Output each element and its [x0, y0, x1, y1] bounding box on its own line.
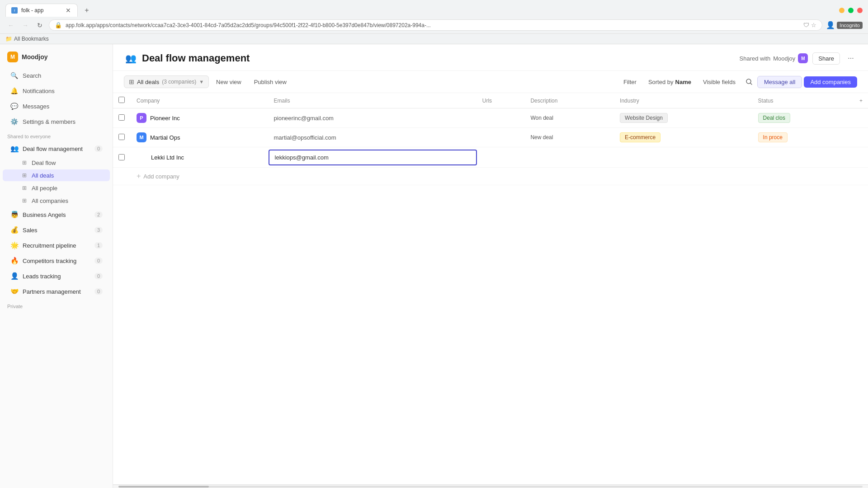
company-cell: ··· Lekki Ltd Inc — [131, 147, 269, 168]
window-minimize-button[interactable]: — — [839, 8, 844, 13]
sidebar-item-all-deals[interactable]: ⊞ All deals — [3, 169, 110, 181]
browser-extras: 👤 Incognito — [826, 21, 863, 29]
company-cell: M Martial Ops — [131, 128, 269, 147]
scroll-thumb[interactable] — [118, 486, 209, 488]
row-checkbox[interactable] — [118, 154, 125, 160]
sidebar-group-partners[interactable]: 🤝 Partners management 0 — [3, 284, 110, 299]
row-checkbox-cell[interactable] — [113, 108, 131, 128]
sidebar-item-messages[interactable]: 💬 Messages — [3, 99, 110, 113]
row-action-button[interactable]: ··· — [137, 152, 147, 163]
app-container: M Moodjoy 🔍 Search 🔔 Notifications 💬 Mes… — [0, 44, 868, 488]
status-tag: Deal clos — [758, 113, 790, 123]
sidebar-group-competitors[interactable]: 🔥 Competitors tracking 0 — [3, 253, 110, 268]
company-name: Martial Ops — [150, 134, 180, 141]
shared-with-label: Shared with Moodjoy M — [740, 53, 808, 63]
table-container: Company Emails Urls Description Industry… — [113, 93, 868, 484]
sidebar-item-all-companies[interactable]: ⊞ All companies — [3, 195, 110, 206]
refresh-button[interactable]: ↻ — [34, 20, 45, 31]
publish-view-button[interactable]: Publish view — [249, 76, 292, 88]
add-company-icon: + — [137, 172, 141, 180]
sidebar-label-deal-flow: Deal flow — [32, 160, 56, 166]
partners-icon: 🤝 — [10, 287, 19, 296]
sidebar-label-all-deals: All deals — [32, 172, 54, 179]
industry-tag: Website Design — [620, 113, 668, 123]
deal-flow-sub-icon: ⊞ — [21, 159, 28, 166]
view-selector-icon: ⊞ — [129, 78, 134, 85]
browser-tab[interactable]: f folk - app ✕ — [5, 4, 78, 17]
row-checkbox[interactable] — [118, 114, 125, 121]
message-all-button[interactable]: Message all — [757, 76, 802, 88]
add-company-row[interactable]: + Add company — [113, 168, 868, 185]
svg-line-1 — [750, 83, 752, 85]
private-section-title: Private — [0, 299, 113, 311]
view-selector[interactable]: ⊞ All deals (3 companies) ▼ — [124, 75, 209, 88]
partners-badge: 0 — [94, 288, 103, 295]
sidebar: M Moodjoy 🔍 Search 🔔 Notifications 💬 Mes… — [0, 44, 113, 488]
new-tab-button[interactable]: + — [81, 5, 92, 16]
window-close-button[interactable]: ✕ — [857, 8, 863, 13]
email-input[interactable] — [269, 150, 477, 165]
address-bar[interactable]: 🔒 app.folk.app/apps/contacts/network/cca… — [49, 19, 822, 31]
industry-tag: E-commerce — [620, 132, 660, 142]
add-company-checkbox-spacer — [113, 168, 131, 185]
company-badge: M — [137, 132, 146, 142]
settings-icon: ⚙️ — [10, 117, 18, 126]
emails-column-header: Emails — [269, 93, 477, 108]
industry-cell — [614, 147, 752, 168]
sidebar-label-partners: Partners management — [23, 288, 81, 295]
col-add-cell — [854, 108, 868, 128]
table-row: M Martial Ops martial@opsofficial.com Ne… — [113, 128, 868, 147]
select-all-checkbox[interactable] — [118, 97, 125, 103]
leads-icon: 👤 — [10, 272, 19, 281]
back-button[interactable]: ← — [5, 20, 16, 31]
add-companies-button[interactable]: Add companies — [804, 76, 857, 88]
share-button[interactable]: Share — [812, 52, 840, 65]
filter-button[interactable]: Filter — [618, 76, 642, 88]
sidebar-item-settings[interactable]: ⚙️ Settings & members — [3, 114, 110, 129]
status-tag: In proce — [758, 132, 788, 142]
new-view-button[interactable]: New view — [211, 76, 247, 88]
visible-fields-button[interactable]: Visible fields — [698, 76, 741, 88]
incognito-badge: Incognito — [837, 22, 863, 29]
forward-button[interactable]: → — [20, 20, 31, 31]
select-all-header[interactable] — [113, 93, 131, 108]
sidebar-label-messages: Messages — [23, 103, 49, 110]
business-angels-icon: 👼 — [10, 210, 19, 219]
window-maximize-button[interactable]: ⊡ — [848, 8, 854, 13]
horizontal-scrollbar[interactable] — [113, 484, 868, 488]
search-button[interactable] — [743, 75, 755, 88]
search-icon — [745, 78, 753, 85]
sales-icon: 💰 — [10, 225, 19, 235]
sidebar-item-all-people[interactable]: ⊞ All people — [3, 182, 110, 194]
sidebar-group-deal-flow-management[interactable]: 👥 Deal flow management 0 — [3, 141, 110, 156]
sidebar-item-search[interactable]: 🔍 Search — [3, 68, 110, 83]
lock-icon: 🔒 — [55, 22, 62, 28]
sidebar-item-notifications[interactable]: 🔔 Notifications — [3, 84, 110, 98]
recruitment-icon: 🌟 — [10, 241, 19, 250]
view-label: All deals — [137, 79, 159, 85]
brand-name: Moodjoy — [22, 53, 48, 61]
sidebar-item-deal-flow[interactable]: ⊞ Deal flow — [3, 157, 110, 169]
all-deals-icon: ⊞ — [21, 172, 28, 179]
search-icon: 🔍 — [10, 71, 18, 80]
sort-indicator[interactable]: Sorted by Name — [644, 76, 696, 88]
row-checkbox-cell[interactable] — [113, 147, 131, 168]
deals-table: Company Emails Urls Description Industry… — [113, 93, 868, 185]
industry-cell: Website Design — [614, 108, 752, 128]
sidebar-group-recruitment[interactable]: 🌟 Recruitment pipeline 1 — [3, 238, 110, 253]
sidebar-group-business-angels[interactable]: 👼 Business Angels 2 — [3, 207, 110, 222]
add-company-label: Add company — [143, 173, 179, 180]
email-editing-cell[interactable] — [269, 147, 477, 168]
add-company-cell[interactable]: + Add company — [131, 168, 868, 185]
email-cell: pioneerinc@gmail.com — [269, 108, 477, 128]
sidebar-group-sales[interactable]: 💰 Sales 3 — [3, 223, 110, 237]
more-options-button[interactable]: ··· — [844, 52, 857, 65]
tab-close-button[interactable]: ✕ — [65, 7, 72, 14]
sidebar-group-leads[interactable]: 👤 Leads tracking 0 — [3, 269, 110, 283]
url-cell — [477, 147, 525, 168]
add-column-header[interactable]: + — [854, 93, 868, 108]
sidebar-label-business-angels: Business Angels — [23, 211, 66, 218]
row-checkbox[interactable] — [118, 134, 125, 140]
row-checkbox-cell[interactable] — [113, 128, 131, 147]
brand-icon: M — [7, 52, 18, 62]
